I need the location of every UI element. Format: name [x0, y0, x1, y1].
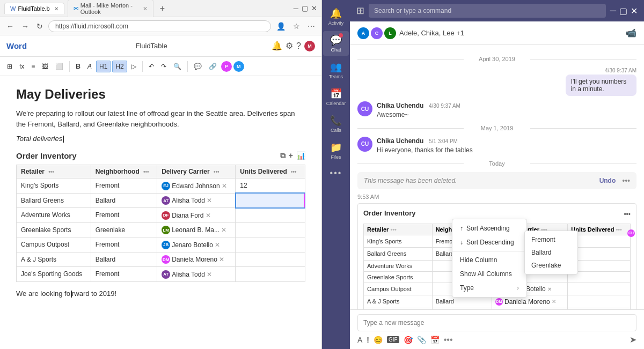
list-icon[interactable]: ≡ — [28, 61, 38, 72]
attach-icon[interactable]: 📎 — [417, 336, 426, 344]
emoji-icon[interactable]: 😊 — [374, 336, 383, 344]
selected-cell[interactable] — [236, 193, 305, 208]
chat-message-input[interactable] — [357, 314, 636, 331]
tab-close-mail[interactable]: ✕ — [143, 5, 148, 12]
word-title: FluidTable — [33, 42, 269, 50]
context-hide-col[interactable]: Hide Column — [452, 253, 526, 267]
neighborhood-ballard[interactable]: Ballard — [525, 246, 577, 259]
tab-label-mail: Mail - Mike Morton - Outlook — [80, 2, 141, 15]
table-options-icon[interactable]: ••• — [624, 211, 631, 218]
notification-icon[interactable]: 🔔 — [272, 41, 282, 51]
participant-avatars: A C L — [357, 27, 396, 39]
bold-button[interactable]: B — [73, 61, 83, 72]
col-units-delivered: Units Delivered ••• — [236, 165, 305, 179]
sidebar-item-calls[interactable]: 📞 Calls — [323, 112, 349, 136]
message-row-chika-1: CU Chika Uchendu 4/30 9:37 AM Awesome~ — [357, 101, 636, 120]
sidebar-item-chat[interactable]: 💬 Chat — [323, 31, 349, 56]
video-call-icon[interactable]: 📹 — [626, 28, 636, 38]
redo-button[interactable]: ↷ — [158, 61, 169, 72]
chat-header: A C L Adele, Chika, Lee +1 📹 — [350, 21, 644, 45]
copy-icon[interactable]: ⧉ — [280, 151, 286, 160]
format-paint-button[interactable]: ▷ — [129, 61, 139, 72]
minimize-icon[interactable]: ─ — [610, 6, 616, 16]
table-icon[interactable]: ⊞ — [4, 61, 15, 72]
context-sort-asc[interactable]: ↑ Sort Ascending — [452, 221, 526, 235]
context-sort-desc[interactable]: ↓ Sort Descending — [452, 235, 526, 249]
teams-main: ⊞ ─ ▢ ✕ A C L Adele, Chika, Lee +1 📹 Apr… — [350, 0, 644, 349]
menu-divider — [452, 251, 526, 251]
restore-icon[interactable]: ▢ — [619, 6, 627, 16]
function-icon[interactable]: fx — [17, 61, 27, 72]
settings-icon[interactable]: ⋯ — [305, 21, 317, 32]
send-button[interactable]: ➤ — [630, 335, 636, 345]
context-show-all[interactable]: Show All Columns — [452, 267, 526, 281]
chat-messages[interactable]: April 30, 2019 4/30 9:37 AM I'll get you… — [350, 45, 644, 309]
italic-button[interactable]: A — [85, 61, 94, 72]
h1-button[interactable]: H1 — [96, 61, 111, 72]
h2-button[interactable]: H2 — [112, 61, 127, 72]
neighborhood-fremont[interactable]: Fremont — [525, 233, 577, 246]
more-options-icon[interactable]: ••• — [622, 176, 630, 185]
col-retailer: Retailer ••• — [17, 165, 91, 179]
close-browser-icon[interactable]: ✕ — [311, 4, 317, 12]
refresh-button[interactable]: ↻ — [34, 21, 45, 32]
comment-button[interactable]: 💬 — [191, 61, 204, 72]
toolbar-divider3 — [187, 61, 188, 72]
more-input-options-icon[interactable]: ••• — [444, 335, 453, 345]
neighborhood-greenlake[interactable]: Greenlake — [525, 259, 577, 272]
address-bar[interactable] — [48, 20, 271, 32]
browser-panel: W FluidTable.b ✕ ✉ Mail - Mike Morton - … — [0, 0, 322, 349]
teams-sidebar: 🔔 Activity 💬 Chat 👥 Teams 📅 Calendar 📞 C… — [322, 0, 350, 349]
settings-icon[interactable]: ⚙ — [286, 41, 293, 51]
calendar-icon: 📅 — [330, 88, 342, 100]
image-icon[interactable]: 🖼 — [39, 61, 51, 72]
favorites-icon[interactable]: ☆ — [291, 21, 302, 32]
chat-table-container: Order Inventory ••• Retailer ••• Neighbo… — [357, 203, 636, 309]
collaborator-avatar-2: M — [233, 61, 244, 72]
deleted-message: This message has been deleted. Undo ••• — [357, 172, 636, 189]
word-favicon: W — [10, 5, 16, 12]
forward-button[interactable]: → — [19, 21, 31, 32]
context-type[interactable]: Type › — [452, 281, 526, 295]
table-row: Greenlake Sports Greenlake LMLeonard B. … — [17, 222, 305, 237]
sidebar-item-files[interactable]: 📁 Files — [323, 138, 349, 163]
gif-icon[interactable]: GIF — [387, 336, 399, 343]
close-teams-icon[interactable]: ✕ — [631, 6, 638, 16]
teams-search-input[interactable] — [369, 4, 606, 18]
col-delivery-carrier: Delivery Carrier ••• — [157, 165, 236, 179]
sidebar-item-activity[interactable]: 🔔 Activity — [323, 4, 349, 29]
maximize-icon[interactable]: ▢ — [302, 4, 308, 12]
user-avatar[interactable]: M — [304, 41, 315, 51]
browser-tab-mail[interactable]: ✉ Mail - Mike Morton - Outlook ✕ — [68, 0, 153, 17]
back-button[interactable]: ← — [4, 21, 16, 32]
table-row: Campus Outpost Fremont JBJenaro Botello … — [17, 237, 305, 253]
sender-chika: Chika Uchendu — [377, 102, 423, 109]
undo-button[interactable]: Undo — [599, 177, 616, 184]
undo-button[interactable]: ↶ — [146, 61, 157, 72]
minimize-icon[interactable]: ─ — [294, 4, 298, 12]
format-icon[interactable]: ⬜ — [53, 61, 66, 72]
link-button[interactable]: 🔗 — [206, 61, 219, 72]
add-icon[interactable]: + — [289, 151, 293, 160]
user-icon[interactable]: 👤 — [274, 21, 288, 32]
table-row: Joe's Sporting Goods Fremont ATAlisha To… — [17, 267, 305, 282]
sidebar-item-teams[interactable]: 👥 Teams — [323, 58, 349, 83]
waffle-icon[interactable]: ⊞ — [356, 5, 364, 17]
search-button[interactable]: 🔍 — [171, 61, 184, 72]
sticker-icon[interactable]: 🎯 — [404, 336, 413, 344]
sidebar-item-calendar[interactable]: 📅 Calendar — [323, 85, 349, 109]
chart-icon[interactable]: 📊 — [296, 151, 305, 160]
sidebar-item-more[interactable]: ••• — [323, 165, 349, 181]
browser-tab-active[interactable]: W FluidTable.b ✕ — [4, 3, 64, 14]
new-tab-button[interactable]: + — [157, 3, 168, 14]
sidebar-label-activity: Activity — [328, 20, 344, 26]
word-toolbar: Word FluidTable 🔔 ⚙ ? M — [0, 35, 321, 57]
exclamation-icon[interactable]: ! — [367, 336, 369, 344]
tab-close-button[interactable]: ✕ — [54, 6, 58, 12]
table-row: Ballard Greens Ballard ATAlisha Todd ✕ — [17, 193, 305, 208]
format-text-icon[interactable]: A — [357, 336, 362, 344]
schedule-icon[interactable]: 📅 — [430, 336, 440, 344]
date-separator-today: Today — [357, 160, 636, 167]
browser-navbar: ← → ↻ 👤 ☆ ⋯ — [0, 17, 321, 35]
help-icon[interactable]: ? — [296, 41, 301, 51]
